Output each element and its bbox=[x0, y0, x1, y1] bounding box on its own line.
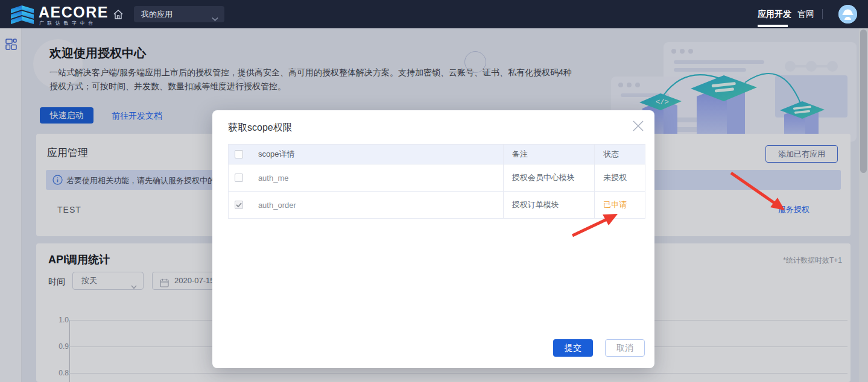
cell-remark: 授权会员中心模块 bbox=[504, 164, 595, 191]
cancel-button[interactable]: 取消 bbox=[605, 339, 645, 357]
top-navbar: AECORE 广联达数字中台 我的应用 应用开发 官网 bbox=[0, 0, 868, 28]
dialog-title: 获取scope权限 bbox=[228, 122, 293, 134]
nav-divider bbox=[822, 9, 823, 19]
chevron-down-icon bbox=[212, 11, 218, 27]
cell-status: 未授权 bbox=[595, 164, 645, 191]
table-row: auth_me 授权会员中心模块 未授权 bbox=[229, 164, 645, 192]
select-all-checkbox[interactable] bbox=[235, 150, 243, 158]
table-row: auth_order 授权订单模块 已申请 bbox=[229, 192, 645, 219]
table-header-row: scope详情 备注 状态 bbox=[229, 145, 645, 164]
nav-link-official-site[interactable]: 官网 bbox=[797, 9, 814, 20]
app-select-dropdown[interactable]: 我的应用 bbox=[134, 6, 224, 22]
header-remark: 备注 bbox=[504, 145, 595, 164]
cell-remark: 授权订单模块 bbox=[504, 192, 595, 218]
submit-button[interactable]: 提交 bbox=[553, 339, 593, 357]
nav-link-app-dev[interactable]: 应用开发 bbox=[758, 9, 791, 20]
header-status: 状态 bbox=[595, 145, 645, 164]
row-checkbox[interactable] bbox=[235, 201, 243, 209]
header-scope-detail: scope详情 bbox=[250, 145, 504, 164]
brand-logo-icon bbox=[8, 3, 36, 28]
home-icon[interactable] bbox=[112, 8, 124, 20]
scope-permission-dialog: 获取scope权限 scope详情 备注 状态 auth_me 授权会员中心模块… bbox=[212, 110, 654, 368]
app-select-value: 我的应用 bbox=[141, 10, 173, 19]
brand-subtitle: 广联达数字中台 bbox=[39, 20, 97, 27]
cell-scope: auth_order bbox=[250, 192, 504, 218]
brand-name: AECORE bbox=[39, 4, 109, 21]
close-icon[interactable] bbox=[631, 119, 645, 133]
cell-scope: auth_me bbox=[250, 164, 504, 191]
user-avatar[interactable] bbox=[838, 5, 857, 23]
cell-status: 已申请 bbox=[595, 192, 645, 218]
active-tab-indicator bbox=[758, 25, 788, 27]
row-checkbox[interactable] bbox=[235, 174, 243, 182]
scope-table: scope详情 备注 状态 auth_me 授权会员中心模块 未授权 auth_… bbox=[228, 144, 645, 219]
